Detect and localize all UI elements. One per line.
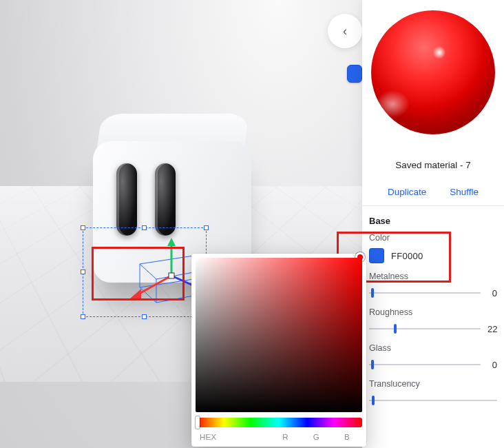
selection-handle[interactable] [81,314,85,319]
selection-handle[interactable] [81,269,85,274]
metalness-slider[interactable] [369,287,481,299]
material-preview-sphere [371,10,495,134]
selection-handle[interactable] [142,225,147,230]
picker-hex-label: HEX [200,433,282,441]
color-picker-sv-area[interactable] [196,258,362,412]
prop-roughness: Roughness 22 [362,305,504,340]
shuffle-button[interactable]: Shuffle [450,187,479,197]
material-preview [362,0,504,152]
selection-handle[interactable] [142,314,147,319]
roughness-slider[interactable] [369,323,481,335]
prop-roughness-label: Roughness [369,307,497,317]
color-picker[interactable]: HEX R G B [191,254,366,447]
material-panel: Saved material - 7 Duplicate Shuffle Bas… [362,0,504,448]
model-slot-1 [116,163,137,236]
model-slot-2 [155,163,176,236]
toolbar-chip[interactable] [347,65,362,83]
translucency-slider[interactable] [369,394,497,407]
color-picker-labels: HEX R G B [196,427,362,442]
color-picker-hue-thumb[interactable] [196,416,200,429]
roughness-value: 22 [487,324,497,334]
back-button[interactable]: ‹ [328,14,362,48]
section-base-header: Base [362,206,504,230]
selection-handle[interactable] [81,225,85,230]
prop-glass: Glass 0 [362,340,504,376]
prop-translucency-label: Translucency [369,379,497,389]
selection-handle[interactable] [204,225,209,230]
glass-slider[interactable] [369,358,481,371]
prop-glass-label: Glass [369,343,497,353]
annotation-highlight [92,247,185,301]
picker-b-label: B [344,433,350,441]
picker-g-label: G [313,433,319,441]
picker-r-label: R [282,433,288,441]
prop-translucency: Translucency [362,376,504,412]
glass-value: 0 [487,360,497,370]
color-picker-hue-bar[interactable] [196,418,362,427]
metalness-value: 0 [487,288,497,298]
material-name: Saved material - 7 [362,160,504,170]
chevron-left-icon: ‹ [343,24,347,39]
duplicate-button[interactable]: Duplicate [388,187,426,197]
